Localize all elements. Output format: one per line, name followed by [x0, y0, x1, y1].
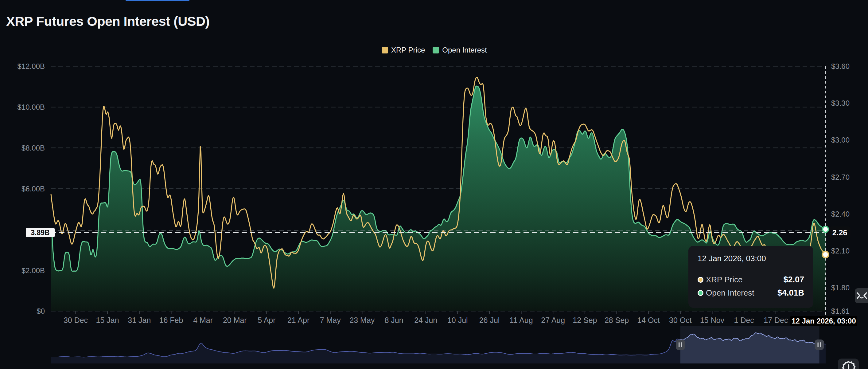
svg-text:15 Nov: 15 Nov: [700, 316, 724, 324]
svg-text:$2.00B: $2.00B: [22, 266, 45, 275]
svg-text:11 Aug: 11 Aug: [510, 316, 533, 324]
svg-text:$6.00B: $6.00B: [22, 184, 45, 193]
svg-text:23 May: 23 May: [349, 316, 375, 324]
svg-text:$3.30: $3.30: [831, 99, 849, 107]
svg-text:30 Oct: 30 Oct: [669, 316, 692, 324]
svg-text:24 Jun: 24 Jun: [414, 316, 437, 324]
svg-text:31 Jan: 31 Jan: [128, 316, 151, 324]
svg-text:1 Dec: 1 Dec: [734, 316, 754, 324]
svg-text:12 Sep: 12 Sep: [572, 316, 597, 324]
svg-text:7 May: 7 May: [320, 316, 341, 324]
svg-text:$1.61: $1.61: [831, 307, 849, 315]
svg-text:17 Dec: 17 Dec: [764, 316, 788, 324]
svg-text:$0: $0: [36, 307, 45, 315]
svg-text:4 Mar: 4 Mar: [193, 316, 213, 324]
svg-text:30 Dec: 30 Dec: [64, 316, 88, 324]
svg-text:15 Jan: 15 Jan: [96, 316, 119, 324]
svg-text:$8.00B: $8.00B: [22, 144, 45, 152]
svg-text:28 Sep: 28 Sep: [604, 316, 629, 324]
svg-text:21 Apr: 21 Apr: [287, 316, 310, 324]
svg-text:14 Oct: 14 Oct: [637, 316, 660, 324]
svg-text:$2.70: $2.70: [831, 173, 849, 181]
svg-text:27 Aug: 27 Aug: [541, 316, 565, 324]
svg-text:5 Apr: 5 Apr: [258, 316, 275, 324]
svg-text:$12.00B: $12.00B: [18, 62, 45, 70]
svg-text:8 Jun: 8 Jun: [384, 316, 403, 324]
svg-text:$3.00: $3.00: [831, 136, 849, 144]
svg-text:$3.60: $3.60: [831, 62, 849, 70]
svg-text:26 Jul: 26 Jul: [479, 316, 500, 324]
svg-text:$10.00B: $10.00B: [18, 103, 45, 111]
svg-text:20 Mar: 20 Mar: [223, 316, 247, 324]
svg-text:16 Feb: 16 Feb: [159, 316, 183, 324]
svg-text:10 Jul: 10 Jul: [447, 316, 468, 324]
svg-text:$1.80: $1.80: [831, 284, 849, 292]
svg-text:$2.40: $2.40: [831, 210, 849, 218]
svg-text:$2.10: $2.10: [831, 247, 849, 255]
